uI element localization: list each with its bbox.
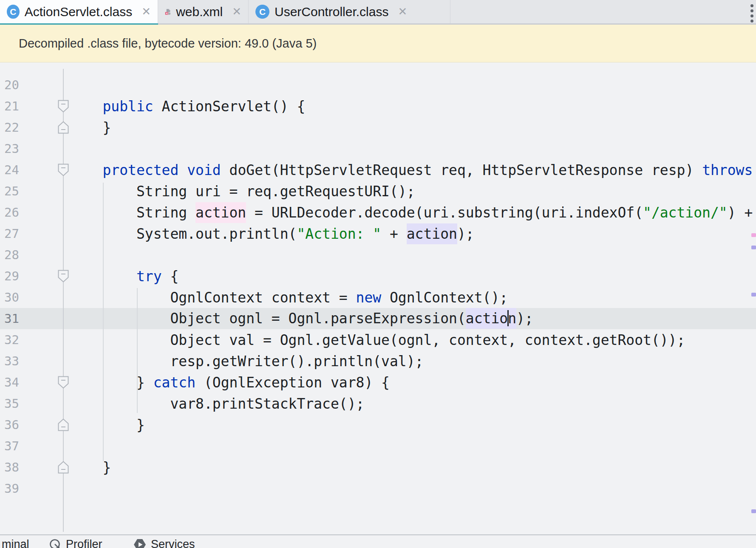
code-text: public ActionServlet() { (69, 98, 305, 115)
line-number: 29 (0, 269, 19, 283)
code-text: resp.getWriter().println(val); (69, 353, 423, 370)
decompiled-file-banner: Decompiled .class file, bytecode version… (0, 25, 756, 62)
line-number: 20 (0, 78, 19, 92)
tab-label: ActionServlet.class (25, 5, 132, 19)
code-line-35[interactable]: 35 var8.printStackTrace(); (0, 393, 756, 414)
code-line-31[interactable]: 31 Object ognl = Ognl.parseExpression(ac… (0, 308, 756, 329)
statusbar-item-minal[interactable]: minal (2, 538, 29, 548)
analysis-stripe-mark (751, 293, 756, 297)
line-number: 26 (0, 205, 19, 220)
code-lines: 2021 public ActionServlet() {22 }2324 pr… (0, 74, 756, 499)
code-text: System.out.println("Action: " + action); (69, 226, 474, 242)
code-text: protected void doGet(HttpServletRequest … (69, 162, 753, 178)
code-text: var8.printStackTrace(); (69, 395, 364, 412)
statusbar-item-label: Profiler (66, 538, 102, 548)
code-text: String action = URLDecoder.decode(uri.su… (69, 204, 753, 221)
line-number: 23 (0, 141, 19, 156)
code-text: } catch (OgnlException var8) { (69, 374, 390, 391)
line-number: 35 (0, 396, 19, 411)
line-number: 27 (0, 226, 19, 241)
close-icon[interactable]: ✕ (398, 5, 407, 18)
code-line-34[interactable]: 34 } catch (OgnlException var8) { (0, 372, 756, 393)
analysis-stripe-mark (751, 246, 756, 249)
line-number: 25 (0, 184, 19, 198)
code-line-22[interactable]: 22 } (0, 117, 756, 138)
code-line-21[interactable]: 21 public ActionServlet() { (0, 96, 756, 117)
code-line-33[interactable]: 33 resp.getWriter().println(val); (0, 350, 756, 372)
web-xml-icon (165, 3, 171, 20)
code-text: OgnlContext context = new OgnlContext(); (69, 289, 508, 306)
line-number: 24 (0, 163, 19, 177)
close-icon[interactable]: ✕ (142, 5, 151, 18)
status-bar: minalProfilerServices (0, 534, 756, 548)
tab-label: UserController.class (275, 5, 388, 19)
statusbar-item-label: minal (2, 538, 29, 548)
line-number: 39 (0, 481, 19, 496)
code-line-25[interactable]: 25 String uri = req.getRequestURI(); (0, 181, 756, 202)
editor-tab-bar: CActionServlet.class✕web.xml✕CUserContro… (0, 0, 756, 23)
code-text: } (69, 417, 145, 433)
close-icon[interactable]: ✕ (232, 5, 241, 18)
code-editor[interactable]: 2021 public ActionServlet() {22 }2324 pr… (0, 62, 756, 534)
statusbar-item-Profiler[interactable]: Profiler (49, 538, 102, 548)
java-class-icon: C (255, 5, 269, 19)
tab-web.xml[interactable]: web.xml✕ (158, 0, 249, 23)
code-line-24[interactable]: 24 protected void doGet(HttpServletReque… (0, 159, 756, 181)
tab-ActionServlet.class[interactable]: CActionServlet.class✕ (0, 0, 158, 23)
line-number: 32 (0, 333, 19, 347)
code-line-28[interactable]: 28 (0, 244, 756, 266)
services-hexagon-icon (133, 538, 147, 548)
code-line-38[interactable]: 38 } (0, 457, 756, 478)
banner-text: Decompiled .class file, bytecode version… (19, 37, 317, 51)
line-number: 38 (0, 460, 19, 475)
ide-window: CActionServlet.class✕web.xml✕CUserContro… (0, 0, 756, 548)
java-class-icon: C (7, 5, 20, 19)
code-line-39[interactable]: 39 (0, 478, 756, 499)
code-text: Object ognl = Ognl.parseExpression(actio… (69, 310, 533, 328)
analysis-stripe-mark (751, 509, 756, 513)
code-line-30[interactable]: 30 OgnlContext context = new OgnlContext… (0, 287, 756, 308)
analysis-stripe-mark (751, 233, 756, 237)
code-text: } (69, 119, 111, 136)
code-line-26[interactable]: 26 String action = URLDecoder.decode(uri… (0, 202, 756, 223)
line-number: 34 (0, 375, 19, 390)
line-number: 33 (0, 354, 19, 368)
code-line-23[interactable]: 23 (0, 138, 756, 159)
tab-label: web.xml (176, 5, 223, 19)
line-number: 21 (0, 99, 19, 113)
statusbar-item-label: Services (151, 538, 195, 548)
tab-options-kebab-icon[interactable] (748, 2, 756, 23)
indent-guide (137, 288, 138, 413)
code-text: String uri = req.getRequestURI(); (69, 183, 415, 200)
line-number: 37 (0, 439, 19, 453)
tab-UserController.class[interactable]: CUserController.class✕ (249, 0, 450, 23)
line-number: 36 (0, 418, 19, 432)
code-text: try { (69, 268, 178, 285)
code-line-29[interactable]: 29 try { (0, 266, 756, 287)
line-number: 22 (0, 120, 19, 135)
text-caret (507, 310, 509, 326)
profiler-gauge-icon (49, 538, 62, 548)
statusbar-item-Services[interactable]: Services (133, 538, 195, 548)
code-line-37[interactable]: 37 (0, 435, 756, 457)
code-text: } (69, 459, 111, 476)
code-line-32[interactable]: 32 Object val = Ognl.getValue(ognl, cont… (0, 329, 756, 350)
line-number: 28 (0, 248, 19, 262)
line-number: 31 (0, 311, 19, 326)
code-text: Object val = Ognl.getValue(ognl, context… (69, 332, 685, 348)
code-line-20[interactable]: 20 (0, 74, 756, 96)
code-line-27[interactable]: 27 System.out.println("Action: " + actio… (0, 223, 756, 244)
code-line-36[interactable]: 36 } (0, 414, 756, 435)
line-number: 30 (0, 290, 19, 305)
